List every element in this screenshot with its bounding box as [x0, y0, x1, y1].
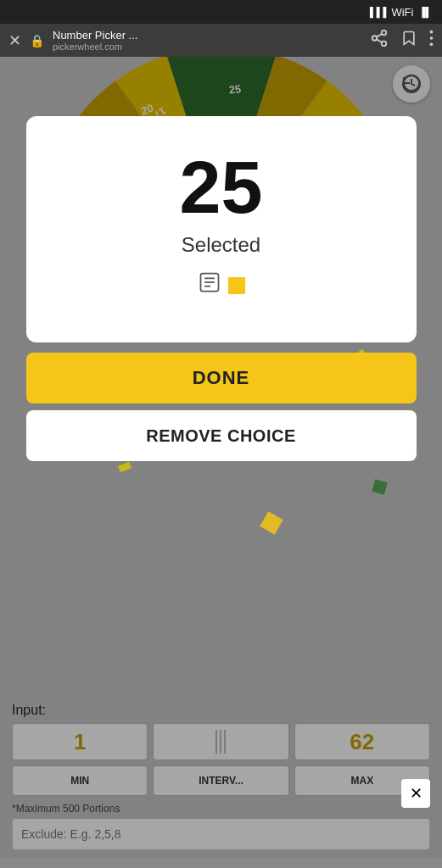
browser-title: Number Picker ...	[53, 29, 361, 42]
result-card: 25 Selected	[26, 116, 417, 342]
bookmark-button[interactable]	[400, 29, 417, 52]
close-modal-button[interactable]: ✕	[401, 779, 430, 808]
page-content: 25 24 23 22 30 35 28 15 17 21 19 33 45 6…	[0, 57, 442, 859]
remove-choice-button[interactable]: REMOVE CHOICE	[26, 410, 417, 461]
result-icon-area	[198, 270, 245, 300]
status-bar: ▐▐▐ WiFi ▐▌	[0, 0, 442, 24]
svg-line-3	[377, 39, 382, 42]
wifi-icon: WiFi	[391, 6, 413, 19]
browser-url: pickerwheel.com	[53, 42, 361, 52]
result-number: 25	[180, 150, 263, 225]
modal-overlay: 25 Selected DONE REMOVE CHOICE ✕	[0, 57, 442, 859]
result-label: Selected	[182, 233, 260, 257]
svg-point-6	[430, 36, 434, 40]
yellow-square-decoration	[228, 277, 245, 294]
browser-actions	[370, 29, 434, 52]
svg-point-7	[430, 43, 434, 47]
list-icon	[198, 270, 221, 300]
svg-point-0	[382, 31, 387, 36]
menu-button[interactable]	[429, 29, 434, 52]
confetti-piece	[118, 462, 131, 472]
battery-icon: ▐▌	[418, 7, 432, 17]
confetti-piece	[372, 479, 387, 494]
lock-icon: 🔒	[30, 34, 44, 47]
signal-icon: ▐▐▐	[366, 7, 386, 17]
svg-line-4	[377, 34, 382, 37]
browser-chrome: ✕ 🔒 Number Picker ... pickerwheel.com	[0, 24, 442, 57]
browser-url-area: Number Picker ... pickerwheel.com	[53, 29, 361, 52]
svg-point-5	[430, 31, 434, 34]
action-buttons: DONE REMOVE CHOICE	[26, 342, 417, 461]
svg-point-2	[382, 42, 387, 46]
svg-point-1	[372, 36, 378, 41]
status-bar-right: ▐▐▐ WiFi ▐▌	[366, 6, 432, 19]
confetti-piece	[260, 511, 283, 534]
browser-close-button[interactable]: ✕	[8, 33, 21, 48]
share-button[interactable]	[370, 29, 389, 52]
done-button[interactable]: DONE	[26, 353, 417, 403]
